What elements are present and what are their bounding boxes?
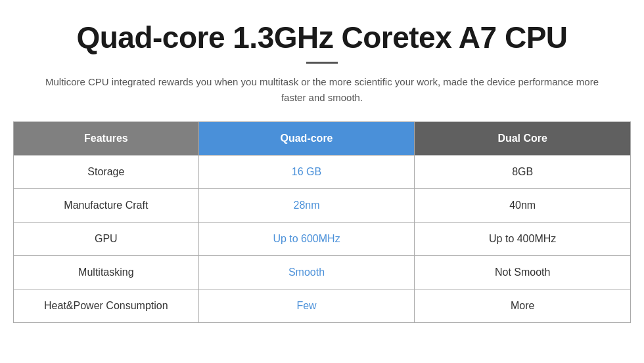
row-quadcore-val-4: Few (198, 289, 415, 323)
row-quadcore-val-0: 16 GB (198, 156, 415, 189)
row-feature-4: Heat&Power Consumption (14, 289, 199, 323)
row-quadcore-val-2: Up to 600MHz (198, 223, 415, 256)
table-row: Manufacture Craft28nm40nm (14, 189, 631, 223)
table-row: MultitaskingSmoothNot Smooth (14, 256, 631, 289)
row-dualcore-val-4: More (415, 289, 631, 323)
table-row: Storage16 GB8GB (14, 156, 631, 189)
header-dualcore: Dual Core (415, 122, 631, 156)
row-feature-2: GPU (14, 223, 199, 256)
row-dualcore-val-2: Up to 400MHz (415, 223, 631, 256)
row-quadcore-val-3: Smooth (198, 256, 415, 289)
page-title: Quad-core 1.3GHz Coretex A7 CPU (76, 20, 567, 55)
comparison-table: Features Quad-core Dual Core Storage16 G… (13, 121, 631, 323)
header-features: Features (14, 122, 199, 156)
row-feature-1: Manufacture Craft (14, 189, 199, 223)
table-row: GPUUp to 600MHzUp to 400MHz (14, 223, 631, 256)
row-dualcore-val-3: Not Smooth (415, 256, 631, 289)
row-feature-3: Multitasking (14, 256, 199, 289)
row-dualcore-val-0: 8GB (415, 156, 631, 189)
subtitle-text: Multicore CPU integrated rewards you whe… (39, 74, 605, 106)
title-divider (306, 62, 338, 64)
table-row: Heat&Power ConsumptionFewMore (14, 289, 631, 323)
row-dualcore-val-1: 40nm (415, 189, 631, 223)
row-feature-0: Storage (14, 156, 199, 189)
row-quadcore-val-1: 28nm (198, 189, 415, 223)
header-quadcore: Quad-core (198, 122, 415, 156)
